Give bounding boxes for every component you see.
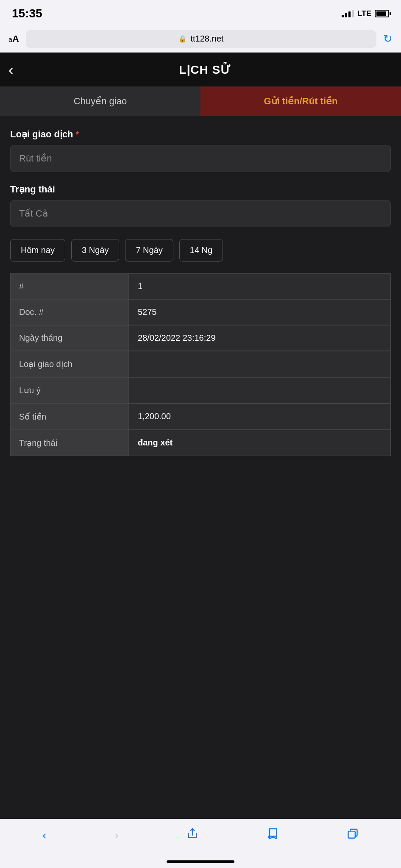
table-value-trang-thai: đang xét	[129, 430, 391, 456]
table-row: Trạng thái đang xét	[10, 430, 391, 456]
table-header-luu-y: Lưu ý	[10, 377, 129, 403]
table-row: # 1	[10, 273, 391, 299]
table-header-ngay-thang: Ngày tháng	[10, 325, 129, 351]
svg-rect-1	[348, 831, 355, 838]
date-filters: Hôm nay 3 Ngày 7 Ngày 14 Ng	[10, 239, 391, 262]
table-row: Ngày tháng 28/02/2022 23:16:29	[10, 325, 391, 351]
share-button[interactable]	[187, 828, 198, 843]
refresh-button[interactable]: ↻	[383, 32, 393, 45]
required-star: *	[76, 130, 79, 139]
tabs-button[interactable]	[347, 828, 359, 843]
lte-label: LTE	[357, 9, 371, 18]
table-value-loai-giao-dich	[129, 351, 391, 377]
table-header-doc: Doc. #	[10, 299, 129, 325]
browser-back-button[interactable]: ‹	[42, 829, 46, 842]
status-time: 15:35	[12, 7, 42, 20]
tabs-container: Chuyển giao Gửi tiền/Rút tiền	[0, 86, 401, 116]
home-indicator	[0, 857, 401, 868]
browser-nav: ‹ ›	[0, 819, 401, 857]
address-bar[interactable]: 🔒 tt128.net	[26, 30, 376, 48]
browser-bar: aA 🔒 tt128.net ↻	[0, 25, 401, 53]
font-toggle[interactable]: aA	[8, 33, 19, 45]
table-value-ngay-thang: 28/02/2022 23:16:29	[129, 325, 391, 351]
table-row: Lưu ý	[10, 377, 391, 403]
battery-icon	[375, 10, 389, 17]
status-icons: LTE	[342, 9, 389, 18]
filter-hom-nay[interactable]: Hôm nay	[10, 239, 65, 262]
trang-thai-input[interactable]: Tất Cả	[10, 200, 391, 227]
status-bar: 15:35 LTE	[0, 0, 401, 25]
home-bar	[167, 860, 234, 863]
table-row: Loại giao dịch	[10, 351, 391, 377]
trang-thai-label: Trạng thái	[10, 184, 391, 195]
tab-chuyen-giao[interactable]: Chuyển giao	[0, 86, 200, 116]
signal-icon	[342, 10, 354, 17]
filter-14-ngay[interactable]: 14 Ng	[179, 239, 223, 262]
table-value-so-tien: 1,200.00	[129, 403, 391, 430]
trang-thai-section: Trạng thái Tất Cả	[10, 184, 391, 227]
table-header-number: #	[10, 273, 129, 299]
loai-giao-dich-section: Loại giao dịch * Rút tiền	[10, 129, 391, 172]
table-value-number: 1	[129, 273, 391, 299]
table-header-trang-thai: Trạng thái	[10, 430, 129, 456]
page-title: LỊCH SỬ	[17, 63, 393, 77]
table-header-loai-giao-dich: Loại giao dịch	[10, 351, 129, 377]
table-row: Số tiền 1,200.00	[10, 403, 391, 430]
content-area: Loại giao dịch * Rút tiền Trạng thái Tất…	[0, 116, 401, 643]
lock-icon: 🔒	[178, 35, 187, 43]
address-text: tt128.net	[190, 34, 223, 44]
tab-gui-tien-rut-tien[interactable]: Gửi tiền/Rút tiền	[200, 86, 401, 116]
back-button[interactable]: ‹	[8, 62, 17, 77]
table-row: Doc. # 5275	[10, 299, 391, 325]
table-value-doc: 5275	[129, 299, 391, 325]
app-header: ‹ LỊCH SỬ	[0, 53, 401, 86]
data-table: # 1 Doc. # 5275 Ngày tháng 28/02/2022 23…	[10, 273, 391, 456]
filter-3-ngay[interactable]: 3 Ngày	[71, 239, 119, 262]
loai-giao-dich-input[interactable]: Rút tiền	[10, 145, 391, 172]
loai-giao-dich-label: Loại giao dịch *	[10, 129, 391, 140]
filter-7-ngay[interactable]: 7 Ngày	[125, 239, 173, 262]
browser-forward-button[interactable]: ›	[114, 829, 118, 842]
table-value-luu-y	[129, 377, 391, 403]
table-header-so-tien: Số tiền	[10, 403, 129, 430]
bookmarks-button[interactable]	[267, 828, 278, 843]
